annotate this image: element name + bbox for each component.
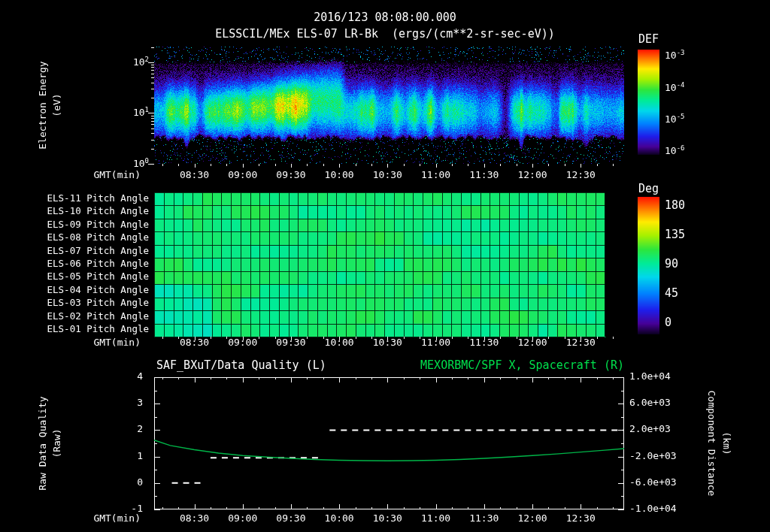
gmt-axis-label-top: GMT(min) bbox=[71, 170, 141, 181]
distance-y-axis-units: (km) bbox=[720, 368, 732, 518]
quality-y-axis-title: Raw Data Quality bbox=[37, 368, 49, 518]
gmt-axis-label-bottom: GMT(min) bbox=[71, 513, 141, 524]
gmt-axis-label-mid: GMT(min) bbox=[71, 337, 141, 349]
plot-canvas bbox=[0, 0, 770, 532]
quality-y-axis-units: (Raw) bbox=[51, 368, 63, 518]
bottom-left-series-title: SAF_BXuT/Data Quality (L) bbox=[156, 359, 326, 372]
page-title-datetime: 2016/123 08:08:00.000 bbox=[0, 11, 770, 24]
colorbar-def-title: DEF bbox=[638, 33, 659, 46]
spec-y-axis-title: Electron Energy bbox=[37, 30, 49, 180]
bottom-right-series-title: MEXORBMC/SPF X, Spacecraft (R) bbox=[391, 359, 624, 372]
colorbar-deg-title: Deg bbox=[638, 183, 659, 195]
spec-y-axis-units: (eV) bbox=[51, 30, 63, 180]
distance-y-axis-title: Component Distance bbox=[705, 368, 717, 518]
